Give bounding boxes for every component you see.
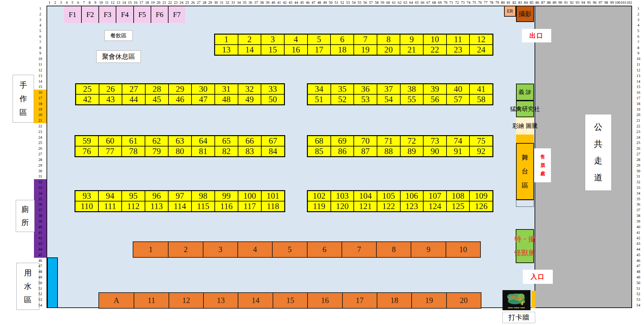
ruler-number: 97 bbox=[599, 1, 602, 4]
f-booth-row: F1F2F3F4F5F6F7 bbox=[64, 6, 185, 23]
ruler-number: 61 bbox=[392, 1, 396, 4]
public-corridor-label: 公共走道 bbox=[585, 114, 612, 191]
ruler-number: 33 bbox=[38, 186, 42, 190]
ruler-number: 28 bbox=[38, 158, 42, 162]
ruler-number: 33 bbox=[231, 1, 235, 4]
booth-cell: 36 bbox=[354, 84, 377, 94]
ruler-number: 7 bbox=[83, 1, 85, 4]
booth-cell: 12 bbox=[469, 34, 493, 45]
booth-cell: 7 bbox=[354, 34, 377, 45]
booth-cell: 45 bbox=[145, 94, 169, 105]
ruler-number: 8 bbox=[39, 46, 41, 50]
ruler-number: 96 bbox=[593, 1, 597, 4]
ruler-number: 1 bbox=[48, 1, 50, 4]
booth-cell: 115 bbox=[192, 201, 215, 212]
raptor-society-box: 猛禽研究社 bbox=[516, 101, 534, 117]
ruler-number: 25 bbox=[636, 141, 640, 145]
booth-cell: 5 bbox=[272, 242, 307, 257]
ruler-number: 38 bbox=[38, 214, 42, 218]
gathering-rest-area-text: 聚會休息區 bbox=[102, 52, 135, 61]
ruler-number: 41 bbox=[277, 1, 281, 4]
ruler-number: 36 bbox=[38, 202, 42, 206]
booth-cell: 28 bbox=[145, 84, 169, 94]
booth-cell: 116 bbox=[215, 201, 238, 212]
ruler-number: 37 bbox=[254, 1, 258, 4]
ruler-number: 39 bbox=[38, 219, 42, 223]
ruler-number: 27 bbox=[38, 152, 42, 156]
handmade-area-text: 手作區 bbox=[13, 75, 34, 122]
booth-cell: 109 bbox=[469, 191, 493, 201]
ruler-number: 51 bbox=[636, 287, 640, 290]
booth-cell: 126 bbox=[469, 201, 493, 212]
booth-cell: 24 bbox=[469, 45, 493, 55]
ruler-number: 53 bbox=[38, 298, 42, 301]
booth-cell: 14 bbox=[238, 293, 272, 308]
painted-totem-box: 彩繪 圖騰 bbox=[516, 117, 534, 135]
booth-cell: 15 bbox=[273, 293, 307, 308]
ruler-number: 87 bbox=[541, 1, 545, 4]
booth-cell: 67 bbox=[261, 136, 285, 146]
ruler-number: 75 bbox=[472, 1, 476, 4]
ruler-number: 76 bbox=[478, 1, 482, 4]
ruler-number: 12 bbox=[636, 68, 640, 72]
ruler-number: 79 bbox=[495, 1, 499, 4]
kaiju-logo-icon: 4 bbox=[502, 290, 530, 310]
booth-cell: 6 bbox=[330, 34, 354, 45]
ruler-number: 23 bbox=[636, 130, 640, 134]
ruler-number: 93 bbox=[576, 1, 580, 4]
ruler-number: 7 bbox=[637, 40, 639, 44]
ruler-number: 11 bbox=[636, 63, 640, 66]
ruler-number: 49 bbox=[636, 275, 640, 279]
booth-cell: 6 bbox=[307, 242, 341, 257]
booth-cell: 8 bbox=[377, 34, 400, 45]
ruler-number: 52 bbox=[636, 292, 640, 296]
booth-cell: 22 bbox=[423, 45, 447, 55]
ruler-number: 32 bbox=[38, 180, 42, 184]
ruler-number: 45 bbox=[636, 253, 640, 257]
yellow-booth-block-1-24: 123456789101112131415161718192021222324 bbox=[214, 34, 493, 56]
ruler-number: 85 bbox=[530, 1, 534, 4]
booth-cell: 64 bbox=[192, 136, 215, 146]
ruler-number: 27 bbox=[636, 152, 640, 156]
tokusatsu-kaiju-expo-box: 特・攝 怪獸展 bbox=[516, 229, 534, 263]
ruler-number: 20 bbox=[157, 1, 160, 4]
ruler-number: 31 bbox=[636, 174, 640, 178]
ruler-number: 10 bbox=[99, 1, 103, 4]
ruler-number: 24 bbox=[38, 135, 42, 139]
booth-cell: 106 bbox=[400, 191, 424, 201]
ruler-number: 50 bbox=[636, 281, 640, 285]
booth-cell: 122 bbox=[377, 201, 400, 212]
booth-cell: 55 bbox=[400, 94, 424, 105]
ruler-number: 41 bbox=[38, 231, 42, 234]
ruler-number: 8 bbox=[89, 1, 91, 4]
booth-cell: 35 bbox=[331, 84, 354, 94]
ruler-number: 16 bbox=[636, 91, 640, 94]
booth-cell: 87 bbox=[354, 146, 377, 157]
ruler-number: 82 bbox=[513, 1, 516, 4]
ruler-number: 60 bbox=[386, 1, 390, 4]
booth-cell: 66 bbox=[238, 136, 261, 146]
yellow-booth-block-59-84: 596061626364656667767778798081828384 bbox=[75, 135, 285, 157]
booth-cell: 34 bbox=[308, 84, 331, 94]
booth-cell: 120 bbox=[331, 201, 354, 212]
ruler-number: 38 bbox=[260, 1, 264, 4]
ruler-number: 34 bbox=[38, 191, 42, 195]
ruler-number: 7 bbox=[39, 40, 41, 44]
booth-cell: 95 bbox=[122, 191, 145, 201]
yellow-booth-block-68-92: 68697071727374758586878889909192 bbox=[307, 135, 493, 157]
photography-text: 攝影 bbox=[519, 10, 531, 18]
booth-cell: 32 bbox=[238, 84, 261, 94]
ruler-number: 39 bbox=[266, 1, 269, 4]
public-corridor-text: 公共走道 bbox=[585, 114, 611, 190]
booth-cell: 97 bbox=[168, 191, 192, 201]
ruler-number: 36 bbox=[636, 202, 640, 206]
booth-cell: 39 bbox=[423, 84, 447, 94]
ruler-number: 18 bbox=[38, 102, 42, 106]
ruler-number: 12 bbox=[111, 1, 114, 4]
ruler-number: 1 bbox=[39, 7, 41, 10]
booth-cell: 2 bbox=[238, 34, 261, 45]
ruler-number: 38 bbox=[636, 214, 640, 218]
toilet-text: 廁所 bbox=[16, 200, 34, 232]
ruler-number: 50 bbox=[38, 281, 42, 285]
booth-cell: 119 bbox=[308, 201, 331, 212]
